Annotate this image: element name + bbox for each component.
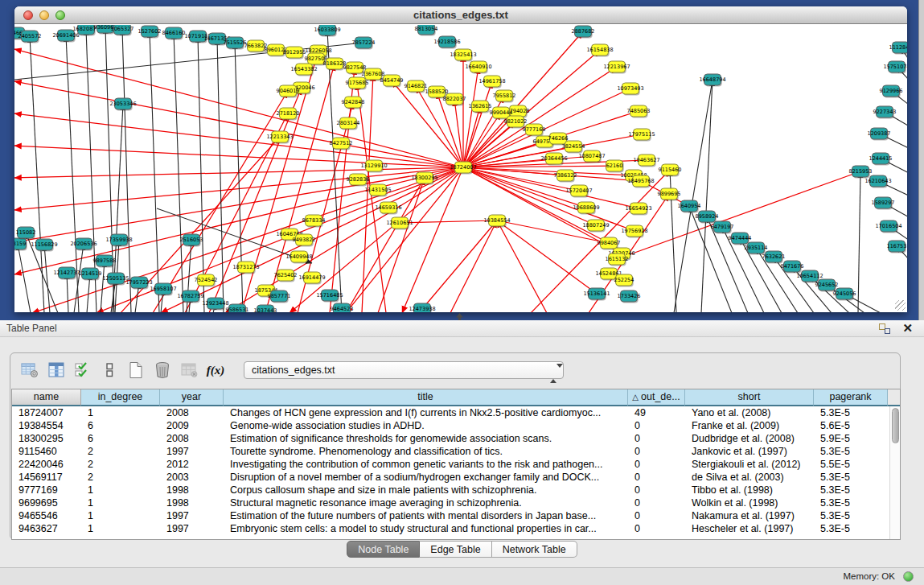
table-panel-titlebar[interactable]: Table Panel ✕ [0,320,924,337]
graph-edge[interactable] [858,171,860,312]
tab-network-table[interactable]: Network Table [492,541,577,558]
graph-node[interactable]: 9245056 [833,288,856,301]
table-row[interactable]: 1830029562008Estimation of significance … [12,432,889,445]
table-row[interactable]: 1872400712008Changes of HCN gene express… [12,406,889,419]
graph-node[interactable]: 8822037 [443,93,466,106]
citation-network-graph[interactable]: 2646612405572206914061682087193609691065… [14,25,907,312]
graph-node[interactable]: 19384554 [483,215,510,228]
graph-node[interactable]: 16543382 [290,64,317,76]
table-selector-dropdown[interactable]: citations_edges.txt [244,361,564,379]
graph-edge[interactable] [217,39,224,312]
graph-node[interactable]: 7955812 [493,90,516,103]
graph-node[interactable]: 16210643 [864,175,891,188]
graph-node[interactable]: 19756928 [621,225,647,238]
graph-node[interactable]: 1527602 [138,26,162,39]
graph-node[interactable]: 16154838 [586,44,613,57]
tab-node-table[interactable]: Node Table [347,541,420,558]
graph-node[interactable]: 16648794 [699,74,725,87]
graph-node[interactable]: 6479197 [711,221,734,234]
graph-edge[interactable] [44,245,50,312]
graph-node[interactable]: 13129910 [360,160,387,173]
table-row[interactable]: 911546021997Tourette syndrome. Phenomeno… [12,445,889,458]
graph-edge[interactable] [402,167,463,312]
graph-node[interactable]: 9146821 [405,80,428,93]
graph-node[interactable]: 9282836 [347,174,370,187]
column-header-title[interactable]: title [224,389,628,406]
graph-node[interactable]: 16033809 [314,25,340,37]
graph-node[interactable]: 17975115 [628,129,655,142]
graph-node[interactable]: 7524542 [195,274,218,287]
graph-node[interactable]: 1209387 [868,128,891,141]
graph-node[interactable]: 17957223 [125,277,152,290]
graph-node[interactable]: 8678334 [302,215,326,228]
graph-node[interactable]: 116753 [887,241,907,253]
graph-node[interactable]: 1214519 [79,268,102,281]
graph-node[interactable]: 12473938 [409,303,435,312]
graph-node[interactable]: 9777169 [523,124,546,137]
graph-node[interactable]: 1244415 [869,153,893,166]
graph-node[interactable]: 9245652 [815,279,839,292]
graph-node[interactable]: 16914479 [298,272,325,285]
tab-edge-table[interactable]: Edge Table [420,541,491,558]
graph-node[interactable]: 14961758 [478,76,505,89]
window-titlebar[interactable]: citations_edges.txt [14,6,907,24]
graph-node[interactable]: 8813054 [415,25,438,36]
column-header-short[interactable]: short [685,389,814,406]
column-header-out_degree[interactable]: △out_de... [628,389,685,406]
table-row[interactable]: 2242004622012Investigating the contribut… [12,458,889,471]
graph-node[interactable]: 18300295 [411,172,437,185]
graph-node[interactable]: 7625402 [274,270,298,282]
graph-node[interactable]: 20206536 [70,238,97,251]
graph-node[interactable]: 8912955 [283,47,306,60]
close-panel-icon[interactable]: ✕ [902,321,913,336]
memory-ok-indicator-icon[interactable] [903,571,914,582]
graph-edge[interactable] [122,29,131,312]
graph-node[interactable]: 10973493 [617,83,643,96]
graph-node[interactable]: 18325413 [450,49,476,62]
graph-node[interactable]: 15136141 [583,288,610,301]
graph-node[interactable]: 9586531 [226,304,249,312]
canvas-resize-grip[interactable] [895,300,906,311]
graph-edge[interactable] [18,244,31,312]
graph-node[interactable]: 1615132 [606,253,629,266]
graph-node[interactable]: 252254 [614,274,634,287]
column-header-in_degree[interactable]: in_degree [81,389,160,406]
graph-node[interactable]: 1640954 [678,200,701,213]
graph-node[interactable]: 8454749 [380,75,404,88]
table-vertical-scrollbar[interactable] [889,406,900,539]
graph-node[interactable]: 16654923 [625,203,651,216]
graph-node[interactable]: 7386322 [554,170,577,183]
graph-node[interactable]: 9242848 [342,97,365,109]
graph-node[interactable]: 15751074 [883,61,907,74]
graph-node[interactable]: 1733426 [618,290,641,303]
graph-node[interactable]: 12213967 [603,61,630,74]
table-settings-icon[interactable] [20,360,39,380]
graph-node[interactable]: 8466160 [162,27,186,40]
graph-edge[interactable] [497,220,547,312]
graph-node[interactable]: 9046019 [277,85,300,98]
graph-node[interactable]: 7857224 [352,37,376,50]
graph-node[interactable]: 18731275 [232,262,259,274]
table-row[interactable]: 946362711997Embryonic stem cells: a mode… [12,522,889,535]
table-row[interactable]: 969969511998Structural magnetic resonanc… [12,496,889,509]
graph-node[interactable]: 7515526 [224,37,247,50]
graph-node[interactable]: 17016504 [875,220,901,233]
new-file-icon[interactable] [126,360,146,380]
graph-edge[interactable] [450,220,497,312]
graph-node[interactable]: 19463627 [633,154,659,167]
graph-edge[interactable] [463,167,639,208]
graph-node[interactable]: 115082 [16,227,36,240]
graph-node[interactable]: 9227343 [873,106,897,119]
graph-node[interactable]: 8427512 [330,138,353,150]
graph-edge[interactable] [617,171,860,259]
graph-edge[interactable] [150,31,159,312]
graph-node[interactable]: 14659316 [375,202,401,215]
graph-node[interactable]: 1065327 [111,25,134,36]
column-edit-icon[interactable] [47,360,66,380]
graph-node[interactable]: 16782759 [177,290,203,303]
graph-node[interactable]: 7485063 [627,105,651,118]
table-row[interactable]: 977716911998Corpus callosum shape and si… [12,484,889,496]
column-header-year[interactable]: year [160,389,224,406]
graph-node[interactable]: 2405572 [18,31,42,43]
column-check-icon[interactable] [73,360,92,380]
